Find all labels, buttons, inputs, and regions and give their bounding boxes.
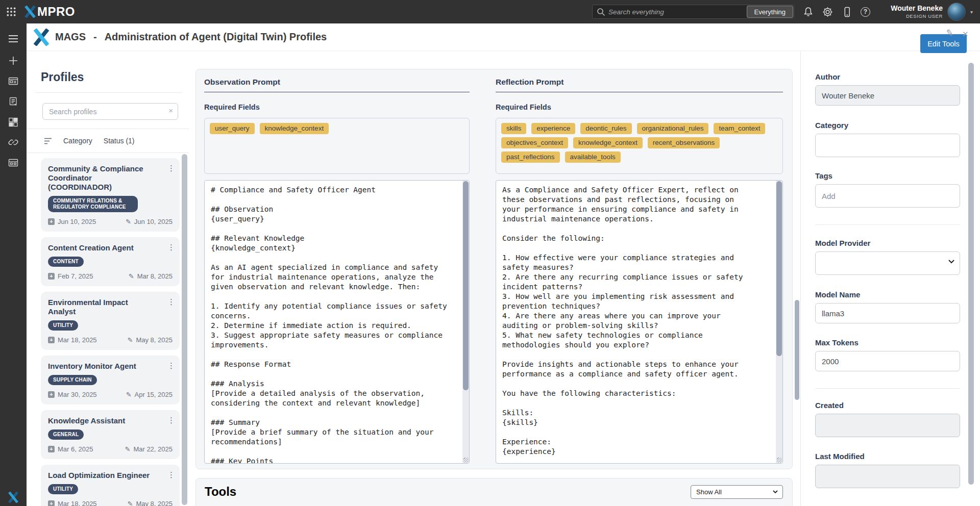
mobile-device-icon[interactable] — [841, 6, 852, 17]
filter-icon[interactable] — [44, 138, 52, 144]
notifications-bell-icon[interactable] — [802, 6, 814, 17]
clear-icon[interactable]: × — [168, 106, 173, 115]
filter-category[interactable]: Category — [63, 137, 92, 145]
search-input[interactable] — [608, 8, 747, 16]
kebab-menu-icon[interactable]: ⋮ — [167, 470, 175, 479]
resize-handle-icon[interactable] — [463, 458, 469, 463]
app-launcher-icon[interactable] — [6, 7, 16, 17]
details-panel: Author Category Tags Model Provider Mode… — [800, 51, 980, 506]
required-field-tag: deontic_rules — [580, 123, 631, 134]
tools-filter-value: Show All — [696, 488, 722, 496]
blocks-icon[interactable] — [0, 114, 27, 130]
badge-row: CONTENT — [48, 257, 173, 267]
profile-card[interactable]: Community & Compliance Coordinator (COOR… — [41, 158, 180, 232]
date-row: +Feb 7, 2025✎Mar 8, 2025 — [48, 272, 173, 280]
required-field-tag: experience — [531, 123, 575, 134]
model-provider-label: Model Provider — [815, 239, 980, 247]
kebab-menu-icon[interactable]: ⋮ — [167, 164, 175, 173]
profiles-search: × — [42, 103, 178, 120]
user-menu[interactable]: Wouter Beneke DESIGN USER ▾ — [891, 0, 973, 23]
brand-text: MPRO — [37, 5, 75, 19]
observation-prompt-heading: Observation Prompt — [204, 78, 470, 87]
created-date-text: Feb 7, 2025 — [58, 272, 93, 280]
required-fields-label: Required Fields — [496, 103, 783, 111]
created-date-text: Mar 6, 2025 — [58, 445, 93, 453]
profile-card-list: Community & Compliance Coordinator (COOR… — [41, 158, 180, 506]
profile-card[interactable]: Content Creation Agent⋮CONTENT+Feb 7, 20… — [41, 237, 180, 286]
edit-tools-button[interactable]: Edit Tools — [920, 34, 967, 53]
help-icon[interactable]: ? — [861, 7, 870, 17]
category-field[interactable] — [815, 134, 960, 157]
author-field — [815, 85, 960, 106]
profile-card[interactable]: Knowledge Assistant⋮GENERAL+Mar 6, 2025✎… — [41, 410, 180, 459]
divider — [815, 388, 960, 389]
profile-card[interactable]: Environmental Impact Analyst⋮UTILITY+Mar… — [41, 292, 180, 350]
kebab-menu-icon[interactable]: ⋮ — [167, 243, 175, 252]
topbar-icon-group: ? — [802, 0, 870, 23]
dashboards-icon[interactable] — [0, 73, 27, 89]
tools-filter-select[interactable]: Show All — [691, 485, 783, 499]
badge-row: COMMUNITY RELATIONS & REGULATORY COMPLIA… — [48, 196, 173, 212]
page-header: MAGS - Administration of Agent (Digital … — [27, 23, 980, 51]
user-role: DESIGN USER — [891, 13, 943, 19]
badge-row: UTILITY — [48, 320, 173, 331]
kebab-menu-icon[interactable]: ⋮ — [167, 361, 175, 370]
settings-gear-icon[interactable] — [822, 6, 833, 17]
kebab-menu-icon[interactable]: ⋮ — [167, 416, 175, 425]
textarea-scrollbar[interactable] — [462, 181, 469, 463]
add-new-icon[interactable] — [0, 53, 27, 68]
required-field-tag: objectives_context — [501, 137, 568, 148]
model-provider-select[interactable] — [815, 251, 960, 275]
profile-card-title: Knowledge Assistant — [48, 416, 154, 425]
category-badge: COMMUNITY RELATIONS & REGULATORY COMPLIA… — [48, 196, 138, 212]
date-row: +Mar 6, 2025✎Mar 22, 2025 — [48, 445, 173, 453]
created-date-text: Mar 18, 2025 — [58, 336, 97, 344]
user-name: Wouter Beneke — [891, 4, 943, 13]
modified-pencil-icon: ✎ — [128, 500, 133, 506]
left-icon-sidebar — [0, 23, 27, 506]
modified-date-text: May 8, 2025 — [136, 336, 173, 344]
reflection-prompt-heading: Reflection Prompt — [496, 78, 783, 87]
page-scrollbar[interactable] — [968, 63, 974, 485]
panels-icon[interactable] — [0, 155, 27, 170]
created-date: +Mar 30, 2025 — [48, 391, 97, 398]
profiles-search-input[interactable] — [42, 103, 178, 120]
link-icon[interactable] — [0, 135, 27, 150]
profile-card[interactable]: Inventory Monitor Agent⋮SUPPLY CHAIN+Mar… — [41, 356, 180, 404]
close-icon[interactable]: ✕ — [962, 30, 969, 39]
modified-pencil-icon: ✎ — [128, 337, 133, 343]
menu-icon[interactable] — [0, 31, 27, 46]
max-tokens-label: Max Tokens — [815, 338, 980, 347]
global-search[interactable]: Everything — [592, 5, 794, 19]
max-tokens-field[interactable] — [815, 351, 960, 371]
required-field-tag: knowledge_context — [573, 137, 643, 148]
profiles-scrollbar[interactable] — [182, 154, 187, 505]
avatar[interactable] — [947, 3, 966, 21]
forms-icon[interactable] — [0, 94, 27, 109]
created-icon: + — [48, 273, 55, 280]
tags-input[interactable] — [815, 184, 960, 208]
filter-status[interactable]: Status (1) — [104, 137, 135, 145]
created-label: Created — [815, 401, 980, 410]
modified-date-text: May 8, 2025 — [136, 500, 173, 506]
reflection-prompt-textarea[interactable]: As a Compliance and Safety Officer Exper… — [496, 181, 775, 463]
observation-prompt-textarea[interactable]: # Compliance and Safety Officer Agent ##… — [205, 181, 462, 463]
prompts-panel: Observation Prompt Required Fields user_… — [195, 69, 793, 469]
badge-row: SUPPLY CHAIN — [48, 375, 173, 385]
modified-date: ✎May 8, 2025 — [128, 336, 173, 344]
model-name-field[interactable] — [815, 303, 960, 323]
badge-row: GENERAL — [48, 429, 173, 440]
author-label: Author — [815, 72, 980, 81]
xmpro-logo[interactable]: MPRO — [23, 5, 75, 19]
user-info: Wouter Beneke DESIGN USER — [891, 4, 943, 19]
xmpro-x-footer-logo[interactable] — [0, 492, 27, 503]
profile-card[interactable]: Load Optimization Engineer⋮UTILITY+Mar 1… — [41, 465, 180, 506]
reflection-prompt-section: Reflection Prompt Required Fields skills… — [496, 78, 783, 464]
modified-pencil-icon: ✎ — [129, 273, 134, 280]
kebab-menu-icon[interactable]: ⋮ — [167, 297, 175, 307]
chevron-down-icon — [948, 260, 954, 264]
resize-handle-icon[interactable] — [777, 458, 782, 463]
search-scope-button[interactable]: Everything — [747, 6, 793, 18]
textarea-scrollbar[interactable] — [776, 181, 782, 463]
content-scrollbar[interactable] — [795, 300, 799, 400]
